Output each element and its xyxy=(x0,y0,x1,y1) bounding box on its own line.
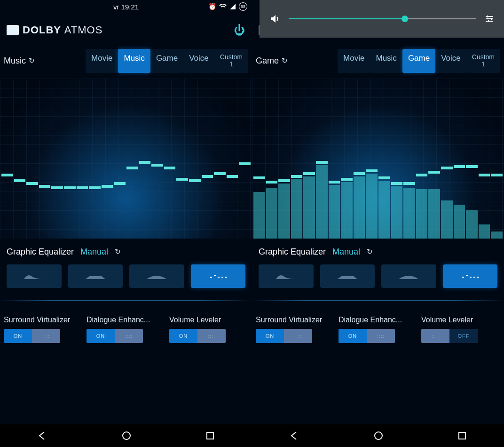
svg-point-10 xyxy=(123,432,130,439)
controls-row: Surround VirtualizerON::::Dialogue Enhan… xyxy=(0,304,252,424)
tab-voice[interactable]: Voice xyxy=(183,49,214,73)
ge-mode[interactable]: Manual xyxy=(80,247,108,257)
tab-custom-1[interactable]: Custom1 xyxy=(214,49,248,73)
toggle-switch[interactable]: ON:::: xyxy=(4,329,60,343)
refresh-icon[interactable]: ↻ xyxy=(115,247,121,256)
current-mode-label: Game xyxy=(256,56,279,66)
eq-preset-3[interactable] xyxy=(381,264,436,288)
control-label: Volume Leveler xyxy=(169,316,248,324)
ge-title: Graphic Equalizer xyxy=(7,247,74,257)
eq-preset-1[interactable] xyxy=(7,264,62,288)
tab-game[interactable]: Game xyxy=(150,49,183,73)
eq-preset-2[interactable] xyxy=(68,264,123,288)
tab-music[interactable]: Music xyxy=(118,49,150,73)
refresh-icon[interactable]: ↻ xyxy=(29,56,35,65)
signal-icon xyxy=(229,4,236,9)
eq-preset-1[interactable] xyxy=(259,264,314,288)
battery-icon: 98 xyxy=(239,2,247,11)
tab-voice[interactable]: Voice xyxy=(435,49,466,73)
status-time: vr 19:21 xyxy=(113,3,139,11)
tab-custom-1[interactable]: Custom1 xyxy=(466,49,500,73)
refresh-icon[interactable]: ↻ xyxy=(367,247,373,256)
control-surround-virtualizer: Surround VirtualizerON:::: xyxy=(256,316,335,417)
control-volume-leveler: Volume Leveler::::OFF xyxy=(421,316,500,417)
eq-preset-2[interactable] xyxy=(320,264,375,288)
toggle-switch[interactable]: ON:::: xyxy=(169,329,226,343)
control-label: Surround Virtualizer xyxy=(4,316,83,324)
control-label: Surround Virtualizer xyxy=(256,316,335,324)
control-label: Dialogue Enhanc... xyxy=(339,316,417,324)
nav-back-icon[interactable] xyxy=(37,431,47,441)
panel-right: DOLBY ATMOS ⏻ Game ↻ MovieMusicGameVoice… xyxy=(252,0,504,424)
settings-icon[interactable] xyxy=(484,14,495,24)
controls-row: Surround VirtualizerON::::Dialogue Enhan… xyxy=(252,304,504,424)
eq-preset-4[interactable] xyxy=(191,264,246,288)
panel-left: vr 19:21 ⏰ 98 DOLBY ATMOS ⏻ Music xyxy=(0,0,252,424)
tab-game[interactable]: Game xyxy=(402,49,435,73)
control-label: Dialogue Enhanc... xyxy=(87,316,165,324)
control-dialogue-enhanc-: Dialogue Enhanc...ON:::: xyxy=(339,316,417,417)
eq-preset-4[interactable] xyxy=(443,264,498,288)
toggle-switch[interactable]: ON:::: xyxy=(87,329,143,343)
preset-row xyxy=(0,262,252,296)
toggle-switch[interactable]: ON:::: xyxy=(256,329,312,343)
svg-rect-11 xyxy=(207,432,213,439)
current-mode-label: Music xyxy=(4,56,26,66)
ge-title: Graphic Equalizer xyxy=(259,247,326,257)
ge-mode[interactable]: Manual xyxy=(332,247,360,257)
status-bar: vr 19:21 ⏰ 98 xyxy=(0,0,252,13)
nav-home-icon[interactable] xyxy=(373,431,384,441)
control-label: Volume Leveler xyxy=(421,316,500,324)
eq-preset-3[interactable] xyxy=(129,264,184,288)
equalizer-visualizer[interactable] xyxy=(0,79,252,239)
equalizer-visualizer[interactable] xyxy=(252,79,504,239)
refresh-icon[interactable]: ↻ xyxy=(282,56,288,65)
nav-back-icon[interactable] xyxy=(289,431,299,441)
nav-recents-icon[interactable] xyxy=(457,431,467,440)
control-dialogue-enhanc-: Dialogue Enhanc...ON:::: xyxy=(87,316,165,417)
volume-overlay[interactable] xyxy=(260,0,504,38)
power-button[interactable]: ⏻ xyxy=(234,24,245,37)
tab-music[interactable]: Music xyxy=(370,49,402,73)
tab-movie[interactable]: Movie xyxy=(338,49,370,73)
control-volume-leveler: Volume LevelerON:::: xyxy=(169,316,248,417)
speaker-icon xyxy=(269,13,280,24)
tab-movie[interactable]: Movie xyxy=(86,49,118,73)
alarm-icon: ⏰ xyxy=(208,3,216,10)
volume-slider[interactable] xyxy=(289,18,476,19)
toggle-switch[interactable]: ::::OFF xyxy=(421,329,478,343)
svg-point-12 xyxy=(375,432,382,439)
toggle-switch[interactable]: ON:::: xyxy=(339,329,395,343)
preset-row xyxy=(252,262,504,296)
control-surround-virtualizer: Surround VirtualizerON:::: xyxy=(4,316,83,417)
mode-tabs: MovieMusicGameVoiceCustom1 xyxy=(86,49,248,73)
brand-text: DOLBY ATMOS xyxy=(23,24,102,36)
nav-recents-icon[interactable] xyxy=(205,431,215,440)
nav-home-icon[interactable] xyxy=(121,431,132,441)
mode-tabs: MovieMusicGameVoiceCustom1 xyxy=(338,49,500,73)
wifi-icon xyxy=(219,4,227,9)
dolby-logo-icon xyxy=(7,25,19,35)
svg-rect-13 xyxy=(459,432,465,439)
android-navbar xyxy=(0,424,504,447)
